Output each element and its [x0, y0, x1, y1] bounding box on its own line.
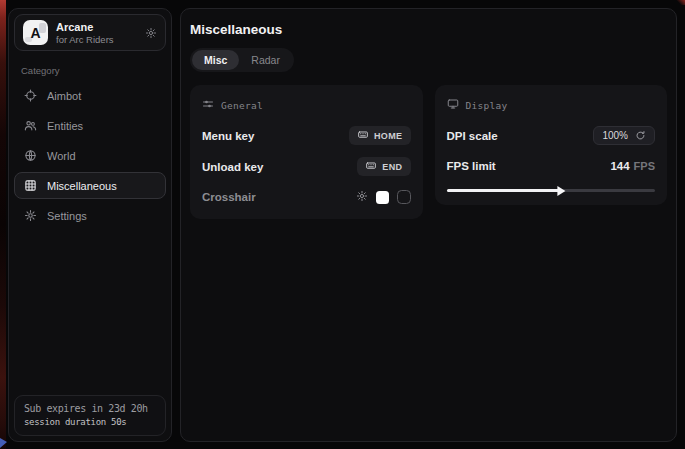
display-card-title: Display: [466, 100, 508, 111]
brand-logo: A: [23, 20, 48, 45]
display-card: Display DPI scale 100% FPS limit 144: [435, 85, 668, 205]
wallpaper-corner: [676, 0, 685, 5]
main-panel: Miscellaneous Misc Radar General Menu ke…: [180, 8, 677, 442]
general-card-title: General: [221, 100, 263, 111]
keyboard-icon: [365, 160, 377, 173]
general-card-header: General: [202, 96, 411, 114]
page-title: Miscellaneous: [190, 22, 667, 37]
sidebar-item-label: Aimbot: [47, 90, 81, 102]
brand-name: Arcane: [56, 21, 137, 33]
fps-limit-row: FPS limit 144 FPS: [447, 157, 656, 174]
fps-limit-value: 144: [610, 160, 629, 172]
unload-key-row: Unload key END: [202, 157, 411, 176]
unload-key-label: Unload key: [202, 161, 263, 173]
entities-icon: [24, 119, 37, 132]
crosshair-row: Crosshair: [202, 188, 411, 206]
gear-icon: [24, 209, 37, 222]
unload-key-value: END: [382, 162, 402, 172]
fps-limit-unit: FPS: [634, 160, 655, 172]
brand-texts: Arcane for Arc Riders: [56, 21, 137, 45]
brand-logo-letter: A: [30, 25, 40, 41]
wallpaper-red-edge: [0, 0, 6, 449]
sidebar-item-label: Miscellaneous: [47, 180, 117, 192]
sidebar-item-label: World: [47, 150, 76, 162]
category-label: Category: [21, 65, 171, 76]
brand-card: A Arcane for Arc Riders: [14, 14, 166, 51]
monitor-icon: [447, 96, 459, 114]
general-card: General Menu key HOME Unload key: [190, 85, 423, 219]
tab-radar[interactable]: Radar: [239, 50, 292, 70]
sidebar: A Arcane for Arc Riders Category Aimbot: [8, 8, 172, 442]
sidebar-item-settings[interactable]: Settings: [14, 202, 166, 229]
dpi-scale-value: 100%: [602, 130, 628, 141]
fps-limit-label: FPS limit: [447, 160, 496, 172]
grid-icon: [24, 179, 37, 192]
crosshair-checkbox[interactable]: [397, 190, 411, 204]
dpi-scale-row: DPI scale 100%: [447, 126, 656, 145]
menu-key-button[interactable]: HOME: [349, 126, 411, 145]
menu-key-label: Menu key: [202, 130, 254, 142]
unload-key-button[interactable]: END: [357, 157, 410, 176]
sidebar-item-label: Settings: [47, 210, 87, 222]
sidebar-nav: Aimbot Entities World: [9, 82, 171, 229]
fps-slider-thumb[interactable]: [558, 186, 566, 196]
crosshair-label: Crosshair: [202, 191, 256, 203]
sidebar-item-world[interactable]: World: [14, 142, 166, 169]
tab-bar: Misc Radar: [190, 48, 294, 72]
sidebar-item-aimbot[interactable]: Aimbot: [14, 82, 166, 109]
dpi-scale-select[interactable]: 100%: [593, 126, 655, 145]
fps-limit-value-group: 144 FPS: [610, 160, 655, 172]
dpi-scale-label: DPI scale: [447, 130, 498, 142]
gear-icon[interactable]: [356, 188, 368, 206]
crosshair-icon: [24, 89, 37, 102]
tab-misc[interactable]: Misc: [192, 50, 239, 70]
sidebar-item-miscellaneous[interactable]: Miscellaneous: [14, 172, 166, 199]
gear-icon[interactable]: [145, 27, 157, 39]
sliders-icon: [202, 96, 214, 114]
sub-expiry-text: Sub expires in 23d 20h: [24, 403, 156, 414]
crosshair-controls: [356, 188, 411, 206]
keyboard-icon: [357, 129, 369, 142]
fps-limit-slider[interactable]: [447, 189, 656, 192]
menu-key-value: HOME: [374, 131, 403, 141]
crosshair-color-swatch[interactable]: [376, 191, 389, 204]
cards-row: General Menu key HOME Unload key: [190, 85, 667, 219]
refresh-icon: [635, 130, 646, 141]
cursor: [0, 438, 7, 448]
display-card-header: Display: [447, 96, 656, 114]
sidebar-item-entities[interactable]: Entities: [14, 112, 166, 139]
session-duration-text: session duration 50s: [24, 417, 156, 427]
subscription-status-card: Sub expires in 23d 20h session duration …: [14, 395, 166, 436]
sidebar-item-label: Entities: [47, 120, 83, 132]
brand-subtitle: for Arc Riders: [56, 34, 137, 45]
globe-icon: [24, 149, 37, 162]
menu-key-row: Menu key HOME: [202, 126, 411, 145]
fps-slider-fill: [447, 189, 562, 192]
